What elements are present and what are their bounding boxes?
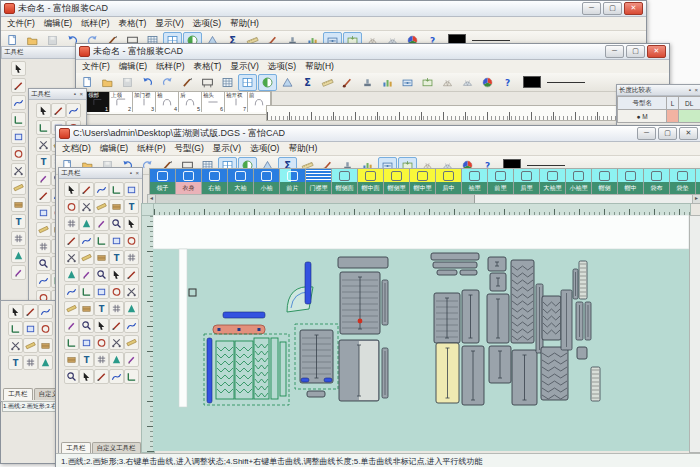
stamp-icon[interactable] xyxy=(358,74,377,91)
bar-piece[interactable] xyxy=(223,312,265,318)
tool-cone-icon[interactable] xyxy=(79,216,94,231)
pattern-thumbnail[interactable] xyxy=(228,169,253,182)
menu-item[interactable]: 文件(F) xyxy=(7,18,35,30)
tool-rect-icon[interactable] xyxy=(94,284,109,299)
tool-tape-icon[interactable] xyxy=(109,199,124,214)
tool-circle-icon[interactable] xyxy=(124,233,139,248)
menu-item[interactable]: 选项(O) xyxy=(250,143,279,155)
tool-rect-icon[interactable] xyxy=(124,182,139,197)
tool-brush-icon[interactable] xyxy=(64,318,79,333)
tool-cone-icon[interactable] xyxy=(64,267,79,282)
pattern-thumbnail[interactable] xyxy=(176,169,201,182)
tool-brush-icon[interactable] xyxy=(94,216,109,231)
minimize-button[interactable]: ─ xyxy=(637,127,656,140)
titlebar-1[interactable]: 未命名 - 富怡服装CAD ─ ▢ ✕ xyxy=(1,1,646,17)
menu-item[interactable]: 纸样(P) xyxy=(81,18,109,30)
tool-grid-icon[interactable] xyxy=(23,355,38,370)
maximize-button[interactable]: ▢ xyxy=(658,127,677,140)
tool-circle-icon[interactable] xyxy=(64,199,79,214)
tool-scissor-icon[interactable] xyxy=(79,199,94,214)
tool-angle-icon[interactable] xyxy=(36,120,51,135)
pattern-thumbnail[interactable] xyxy=(462,169,487,182)
tool-zoom-icon[interactable] xyxy=(109,216,124,231)
tool-circle-icon[interactable] xyxy=(38,321,53,336)
color-swatch[interactable] xyxy=(523,76,541,88)
tool-circle-icon[interactable] xyxy=(109,284,124,299)
tool-cone-icon[interactable] xyxy=(38,355,53,370)
pattern-thumbnail[interactable] xyxy=(280,169,305,182)
pattern-thumbnail[interactable] xyxy=(358,169,383,182)
menu-item[interactable]: 号型(G) xyxy=(175,143,204,155)
palette-buttons[interactable]: ▪ × xyxy=(74,91,84,97)
tool-grid-icon[interactable] xyxy=(36,239,51,254)
grid-icon[interactable] xyxy=(218,74,237,91)
menu-item[interactable]: 文档(D) xyxy=(62,143,91,155)
palette-header[interactable]: 工具栏 ▪ × xyxy=(29,89,86,100)
minimize-button[interactable]: ─ xyxy=(605,45,624,58)
pattern-panel[interactable] xyxy=(460,270,477,275)
redo-icon[interactable] xyxy=(158,74,177,91)
pattern-item[interactable]: 嵌线 xyxy=(696,169,700,195)
part-cell-加门襟[interactable]: 加门襟3 xyxy=(133,92,156,112)
close-button[interactable]: ✕ xyxy=(647,45,666,58)
collar-dot[interactable] xyxy=(218,328,221,331)
tool-grid-icon[interactable] xyxy=(11,231,26,246)
ruler-icon[interactable] xyxy=(318,74,337,91)
pattern-panel[interactable] xyxy=(431,253,479,260)
tool-zoom-icon[interactable] xyxy=(94,267,109,282)
tool-grid-icon[interactable] xyxy=(64,216,79,231)
pattern-item[interactable]: 袋垫 xyxy=(670,169,696,195)
pattern-item[interactable]: 袖里 xyxy=(462,169,488,195)
line-style-option[interactable] xyxy=(527,165,565,166)
tool-rect-icon[interactable] xyxy=(79,335,94,350)
pattern-thumbnail[interactable] xyxy=(488,169,513,182)
vertical-scrollbar[interactable] xyxy=(689,215,700,453)
pattern-item[interactable]: 前里 xyxy=(488,169,514,195)
pattern-item[interactable]: 后中 xyxy=(436,169,462,195)
small-square-mark[interactable] xyxy=(189,289,196,296)
tool-tee-icon[interactable]: T xyxy=(36,154,51,169)
split-icon[interactable] xyxy=(238,74,257,91)
tool-tee-icon[interactable]: T xyxy=(8,355,23,370)
tool-tape-icon[interactable] xyxy=(38,338,53,353)
tool-cursor-icon[interactable] xyxy=(36,103,51,118)
pattern-thumbnail[interactable] xyxy=(670,169,695,182)
tool-cone-icon[interactable] xyxy=(11,248,26,263)
pattern-thumbnail[interactable] xyxy=(618,169,643,182)
compare-panel-buttons[interactable]: ▪ × xyxy=(689,87,699,93)
tool-curve-icon[interactable] xyxy=(109,369,124,384)
tool-brush-icon[interactable] xyxy=(36,171,51,186)
tool-pen-icon[interactable] xyxy=(51,103,66,118)
part-cell-袖头[interactable]: 袖头6 xyxy=(202,92,225,112)
tool-tee-icon[interactable]: T xyxy=(109,250,124,265)
titlebar-2[interactable]: 未命名 - 富怡服装CAD ─ ▢ ✕ xyxy=(76,44,669,60)
tool-pen-icon[interactable] xyxy=(124,267,139,282)
menu-item[interactable]: 显示(V) xyxy=(213,143,241,155)
bar-piece[interactable] xyxy=(305,262,311,304)
tool-pen-icon[interactable] xyxy=(79,182,94,197)
design-panel[interactable] xyxy=(254,338,269,399)
pattern-thumbnail[interactable] xyxy=(566,169,591,182)
tool-curve-icon[interactable] xyxy=(124,318,139,333)
tool-ruler-icon[interactable] xyxy=(64,301,79,316)
tool-cursor-icon[interactable] xyxy=(109,267,124,282)
menu-item[interactable]: 显示(V) xyxy=(230,61,258,73)
pattern-item[interactable]: 后里 xyxy=(514,169,540,195)
sphere-icon[interactable] xyxy=(258,74,277,91)
tool-scissor-icon[interactable] xyxy=(64,250,79,265)
help-icon[interactable]: ? xyxy=(498,74,517,91)
save-icon[interactable] xyxy=(118,74,137,91)
tool-cursor-icon[interactable] xyxy=(64,182,79,197)
pattern-item[interactable]: 帽侧里 xyxy=(384,169,410,195)
tool-pen-icon[interactable] xyxy=(64,233,79,248)
tick-strip[interactable] xyxy=(591,367,600,401)
pattern-item[interactable]: 门襟里 xyxy=(306,169,332,195)
plot1-icon[interactable] xyxy=(398,74,417,91)
tool-angle-icon[interactable] xyxy=(94,233,109,248)
tool-rect-icon[interactable] xyxy=(109,233,124,248)
pattern-item[interactable]: 小袖 xyxy=(254,169,280,195)
design-strip[interactable] xyxy=(271,338,278,399)
pattern-panel[interactable] xyxy=(307,391,325,397)
tool-grid-icon[interactable] xyxy=(94,352,109,367)
shell-icon[interactable] xyxy=(438,74,457,91)
